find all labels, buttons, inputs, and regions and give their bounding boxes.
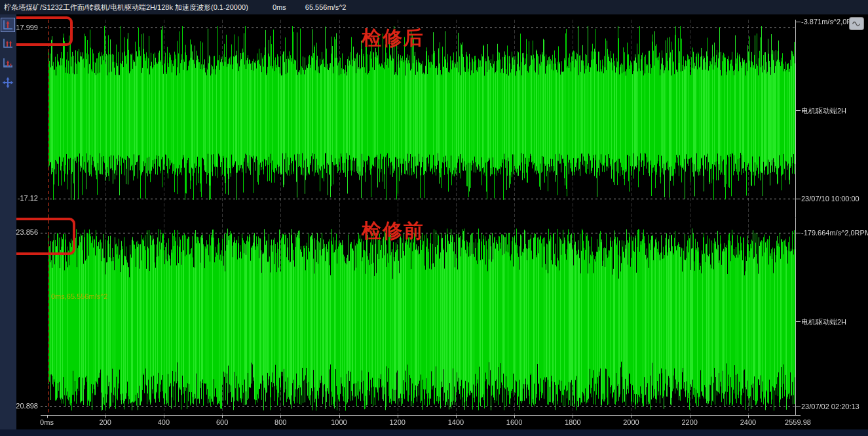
annotation-box-bottom-ymax — [7, 218, 75, 255]
x-tick-label: 1800 — [546, 418, 599, 426]
top-chart-caption: 检修后 — [321, 25, 465, 52]
single-waveform-icon[interactable] — [1, 18, 15, 32]
cursor-time-readout: 0ms — [273, 3, 286, 11]
dual-trend-icon[interactable] — [1, 36, 15, 50]
cursor-value-readout: 65.556m/s^2 — [305, 3, 347, 11]
bottom-chart-cursor-readout: -179.664m/s^2,0RPM — [801, 229, 868, 237]
bottom-status-strip — [0, 429, 868, 436]
x-tick-label: 1600 — [488, 418, 540, 426]
tool-sidebar — [0, 14, 16, 429]
x-tick-label: 800 — [254, 418, 307, 426]
bottom-chart-channel-label: 电机驱动端2H — [801, 317, 846, 327]
bottom-chart-timestamp: 23/07/02 02:20:13 — [801, 403, 859, 410]
pan-move-icon[interactable] — [1, 75, 15, 90]
x-tick-label: 1200 — [371, 418, 424, 426]
top-chart-timestamp: 23/07/10 10:00:00 — [801, 195, 859, 203]
vibration-analysis-app: { "titlebar": { "title": "柠条塔煤矿/S1232工作面… — [0, 0, 868, 436]
title-bar: 柠条塔煤矿/S1232工作面/转载机/电机驱动端2H/128k 加速度波形(0.… — [0, 0, 868, 14]
x-tick-label: 2200 — [664, 418, 716, 426]
x-tick-label: 0ms — [21, 418, 73, 426]
waveform-display-button[interactable] — [850, 18, 863, 30]
x-tick-label: 2559.98 — [772, 418, 824, 426]
x-tick-label: 600 — [196, 418, 248, 426]
cursor-value-marker: 0ms,65.556m/s^2 — [51, 292, 107, 300]
x-tick-label: 200 — [79, 418, 132, 426]
x-tick-label: 1400 — [430, 418, 482, 426]
x-tick-label: 2000 — [605, 418, 658, 426]
x-tick-label: 2400 — [722, 418, 774, 426]
x-tick-label: 1000 — [313, 418, 366, 426]
x-tick-label: 400 — [138, 418, 190, 426]
sine-wave-icon — [852, 20, 861, 28]
bottom-chart-caption: 检修前 — [321, 218, 465, 245]
top-chart-channel-label: 电机驱动端2H — [801, 106, 846, 116]
measurement-point-path: 柠条塔煤矿/S1232工作面/转载机/电机驱动端2H/128k 加速度波形(0.… — [4, 3, 248, 11]
spectrum-icon[interactable] — [1, 56, 15, 70]
